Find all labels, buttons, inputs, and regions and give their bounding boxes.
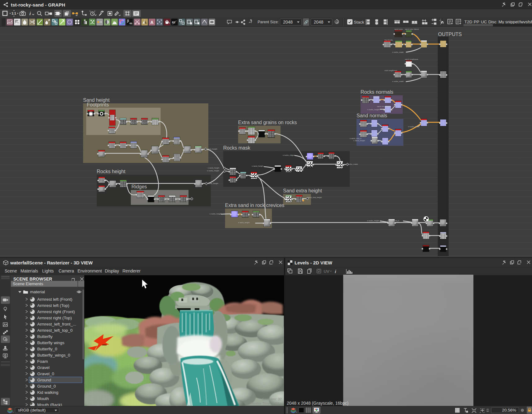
svg-text:i: i bbox=[335, 269, 336, 274]
svg-text:UV: UV bbox=[324, 269, 329, 274]
svg-text:1:1: 1:1 bbox=[11, 11, 16, 15]
svg-text:01: 01 bbox=[130, 22, 132, 25]
svg-text:Samples: 32: Samples: 32 bbox=[262, 397, 282, 401]
svg-text:A: A bbox=[150, 20, 153, 25]
svg-text:i: i bbox=[29, 11, 31, 16]
svg-text:Render Time: 5.22 s: Render Time: 5.22 s bbox=[250, 402, 282, 405]
